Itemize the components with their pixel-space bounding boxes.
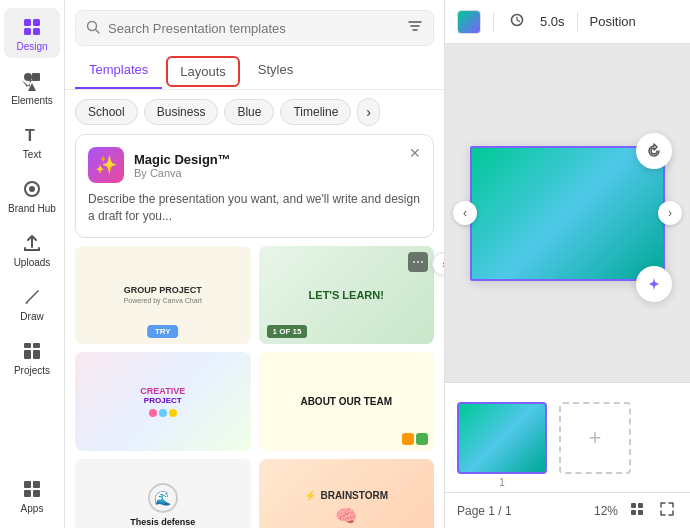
template-badge-lets-learn: 1 OF 15 (267, 325, 308, 338)
template-title-brainstorm: ⚡BRAINSTORM (304, 490, 388, 501)
template-card-lets-learn[interactable]: LET'S LEARN! 1 OF 15 ⋯ (259, 246, 435, 345)
search-bar (75, 10, 434, 46)
template-title-lets-learn: LET'S LEARN! (309, 289, 384, 301)
filter-icon[interactable] (407, 18, 423, 38)
toolbar-divider-1 (493, 12, 494, 32)
sidebar-item-text[interactable]: T Text (4, 116, 60, 166)
filter-chips: School Business Blue Timeline › (65, 90, 444, 134)
canvas-slide[interactable] (470, 146, 665, 281)
filmstrip: 1 + (445, 382, 690, 492)
sidebar-item-elements[interactable]: Elements (4, 62, 60, 112)
sidebar-item-label-projects: Projects (14, 365, 50, 376)
template-subtitle-group-project: Powered by Canva Chart (124, 297, 202, 304)
close-button[interactable]: ✕ (405, 143, 425, 163)
uploads-icon (21, 232, 43, 254)
brand-hub-icon (21, 178, 43, 200)
add-slide-button[interactable]: + (559, 402, 631, 474)
template-card-creative[interactable]: CREATIVE PROJECT (75, 352, 251, 451)
svg-rect-2 (24, 28, 31, 35)
template-badge-group-project: TRY (147, 325, 179, 338)
zoom-info: 12% (594, 504, 618, 518)
color-swatch[interactable] (457, 10, 481, 34)
more-options-lets-learn[interactable]: ⋯ (408, 252, 428, 272)
chip-timeline[interactable]: Timeline (280, 99, 351, 125)
canvas-scroll-right[interactable]: › (658, 201, 682, 225)
design-icon (21, 16, 43, 38)
tabs: Templates Layouts Styles (65, 54, 444, 90)
duration-text: 5.0s (540, 14, 565, 29)
template-subtitle-creative: PROJECT (144, 396, 182, 405)
sidebar-item-label-apps: Apps (21, 503, 44, 514)
template-card-group-project[interactable]: GROUP PROJECT Powered by Canva Chart TRY (75, 246, 251, 345)
svg-rect-12 (33, 343, 40, 348)
grid-view-icon[interactable] (626, 498, 648, 523)
sidebar-item-draw[interactable]: Draw (4, 278, 60, 328)
refresh-button[interactable] (636, 133, 672, 169)
tab-styles[interactable]: Styles (244, 54, 307, 89)
magic-design-card: ✨ Magic Design™ By Canva Describe the pr… (75, 134, 434, 238)
svg-rect-11 (24, 343, 31, 348)
apps-icon (21, 478, 43, 500)
tab-layouts[interactable]: Layouts (166, 56, 240, 87)
elements-icon (21, 70, 43, 92)
svg-point-10 (29, 186, 35, 192)
magic-design-description: Describe the presentation you want, and … (88, 191, 421, 225)
sidebar-item-apps[interactable]: Apps (4, 470, 60, 520)
sidebar-item-label-uploads: Uploads (14, 257, 51, 268)
sidebar-item-label-draw: Draw (20, 311, 43, 322)
svg-rect-14 (33, 350, 40, 359)
svg-rect-17 (24, 490, 31, 497)
magic-design-title: Magic Design™ (134, 152, 231, 167)
chip-school[interactable]: School (75, 99, 138, 125)
sidebar-item-uploads[interactable]: Uploads (4, 224, 60, 274)
svg-text:T: T (25, 127, 35, 144)
tab-templates[interactable]: Templates (75, 54, 162, 89)
template-scroll: GROUP PROJECT Powered by Canva Chart TRY… (65, 246, 444, 528)
search-input[interactable] (108, 21, 399, 36)
sidebar-item-brand-hub[interactable]: Brand Hub (4, 170, 60, 220)
template-card-thesis-defense[interactable]: 🌊 Thesis defense ————— (75, 459, 251, 528)
canvas-toolbar: 5.0s Position (445, 0, 690, 44)
svg-rect-18 (33, 490, 40, 497)
chip-blue[interactable]: Blue (224, 99, 274, 125)
canvas-scroll-left[interactable]: ‹ (453, 201, 477, 225)
sidebar-item-projects[interactable]: Projects (4, 332, 60, 382)
projects-icon (21, 340, 43, 362)
slide-number-1: 1 (499, 477, 505, 488)
canvas-main: ‹ › (445, 44, 690, 382)
template-card-about-team[interactable]: ABOUT OUR TEAM (259, 352, 435, 451)
sidebar-item-label-design: Design (16, 41, 47, 52)
text-icon: T (21, 124, 43, 146)
clock-icon (506, 9, 528, 34)
template-grid: GROUP PROJECT Powered by Canva Chart TRY… (75, 246, 434, 528)
svg-rect-16 (33, 481, 40, 488)
toolbar-divider-2 (577, 12, 578, 32)
template-card-brainstorm[interactable]: ⚡BRAINSTORM 🧠 (259, 459, 435, 528)
magic-button[interactable] (636, 266, 672, 302)
svg-rect-5 (32, 73, 40, 81)
svg-rect-26 (638, 503, 643, 508)
chip-more[interactable]: › (357, 98, 380, 126)
sidebar-item-label-brand-hub: Brand Hub (8, 203, 56, 214)
template-title-thesis: Thesis defense (130, 517, 195, 527)
magic-design-subtitle: By Canva (134, 167, 231, 179)
draw-icon (21, 286, 43, 308)
svg-rect-1 (33, 19, 40, 26)
sidebar-item-label-elements: Elements (11, 95, 53, 106)
filmstrip-slide-1[interactable]: 1 (457, 402, 547, 474)
sidebar: Design Elements T Text Brand Hub (0, 0, 65, 528)
chip-business[interactable]: Business (144, 99, 219, 125)
position-text: Position (590, 14, 636, 29)
magic-design-icon: ✨ (88, 147, 124, 183)
svg-rect-15 (24, 481, 31, 488)
sidebar-item-label-text: Text (23, 149, 41, 160)
templates-panel: Templates Layouts Styles School Business… (65, 0, 445, 528)
page-info: Page 1 / 1 (457, 504, 512, 518)
template-title-creative: CREATIVE (140, 386, 185, 396)
canvas-area: 5.0s Position ‹ › 1 (445, 0, 690, 528)
sidebar-item-design[interactable]: Design (4, 8, 60, 58)
bottom-bar: Page 1 / 1 12% (445, 492, 690, 528)
fullscreen-icon[interactable] (656, 498, 678, 523)
svg-rect-0 (24, 19, 31, 26)
template-title-about: ABOUT OUR TEAM (300, 396, 392, 408)
